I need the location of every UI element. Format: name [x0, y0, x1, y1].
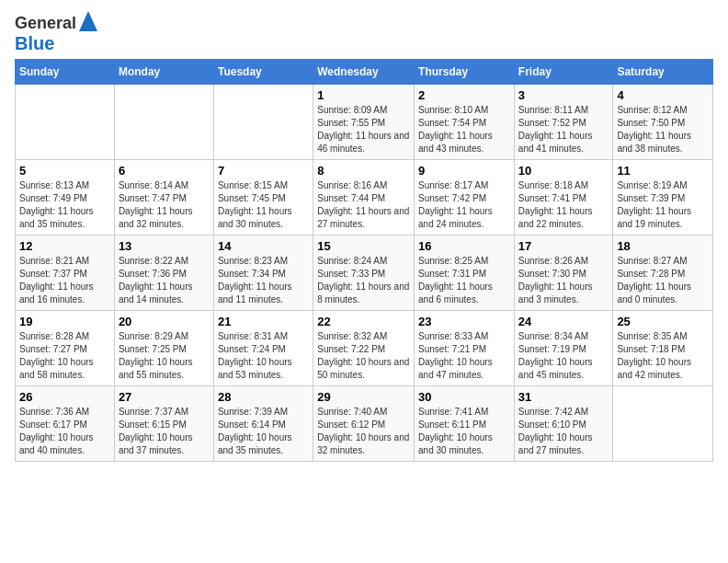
calendar-cell: 12Sunrise: 8:21 AM Sunset: 7:37 PM Dayli…	[16, 236, 115, 311]
day-info: Sunrise: 7:40 AM Sunset: 6:12 PM Dayligh…	[317, 406, 410, 457]
day-info: Sunrise: 8:29 AM Sunset: 7:25 PM Dayligh…	[119, 330, 210, 382]
header-day-thursday: Thursday	[415, 60, 515, 85]
day-info: Sunrise: 7:41 AM Sunset: 6:11 PM Dayligh…	[418, 406, 510, 457]
calendar-cell: 31Sunrise: 7:42 AM Sunset: 6:10 PM Dayli…	[514, 386, 613, 462]
calendar-cell: 1Sunrise: 8:09 AM Sunset: 7:55 PM Daylig…	[313, 85, 415, 160]
day-number: 10	[518, 164, 609, 178]
header-row: SundayMondayTuesdayWednesdayThursdayFrid…	[16, 60, 713, 85]
day-number: 14	[218, 239, 309, 253]
page-container: General Blue SundayMondayTuesdayWednesda…	[0, 0, 728, 469]
calendar-cell: 30Sunrise: 7:41 AM Sunset: 6:11 PM Dayli…	[415, 386, 515, 462]
logo: General Blue	[15, 11, 97, 53]
day-number: 28	[218, 390, 309, 404]
calendar-cell: 18Sunrise: 8:27 AM Sunset: 7:28 PM Dayli…	[613, 236, 713, 311]
day-info: Sunrise: 8:35 AM Sunset: 7:18 PM Dayligh…	[617, 330, 709, 382]
header-day-sunday: Sunday	[16, 60, 115, 85]
day-info: Sunrise: 7:42 AM Sunset: 6:10 PM Dayligh…	[518, 406, 609, 457]
calendar-cell: 7Sunrise: 8:15 AM Sunset: 7:45 PM Daylig…	[213, 160, 313, 236]
week-row-0: 1Sunrise: 8:09 AM Sunset: 7:55 PM Daylig…	[16, 85, 713, 160]
week-row-3: 19Sunrise: 8:28 AM Sunset: 7:27 PM Dayli…	[16, 311, 713, 386]
day-info: Sunrise: 8:34 AM Sunset: 7:19 PM Dayligh…	[518, 330, 609, 382]
calendar-cell: 2Sunrise: 8:10 AM Sunset: 7:54 PM Daylig…	[415, 85, 515, 160]
calendar-cell: 13Sunrise: 8:22 AM Sunset: 7:36 PM Dayli…	[114, 236, 213, 311]
day-number: 19	[19, 315, 110, 328]
calendar-cell: 23Sunrise: 8:33 AM Sunset: 7:21 PM Dayli…	[415, 311, 515, 386]
calendar-cell: 16Sunrise: 8:25 AM Sunset: 7:31 PM Dayli…	[415, 236, 515, 311]
day-info: Sunrise: 8:25 AM Sunset: 7:31 PM Dayligh…	[418, 255, 510, 306]
calendar-body: 1Sunrise: 8:09 AM Sunset: 7:55 PM Daylig…	[16, 85, 713, 462]
calendar-cell: 8Sunrise: 8:16 AM Sunset: 7:44 PM Daylig…	[313, 160, 415, 236]
calendar-cell	[613, 386, 713, 462]
day-info: Sunrise: 8:15 AM Sunset: 7:45 PM Dayligh…	[218, 179, 309, 231]
day-info: Sunrise: 8:19 AM Sunset: 7:39 PM Dayligh…	[617, 179, 709, 231]
day-number: 15	[317, 239, 410, 253]
calendar-cell: 27Sunrise: 7:37 AM Sunset: 6:15 PM Dayli…	[114, 386, 213, 462]
calendar-cell: 28Sunrise: 7:39 AM Sunset: 6:14 PM Dayli…	[213, 386, 313, 462]
logo-text-general: General	[15, 15, 76, 33]
calendar-header: SundayMondayTuesdayWednesdayThursdayFrid…	[16, 60, 713, 85]
day-number: 26	[19, 390, 110, 404]
day-info: Sunrise: 8:18 AM Sunset: 7:41 PM Dayligh…	[518, 179, 609, 231]
day-number: 30	[418, 390, 510, 404]
week-row-1: 5Sunrise: 8:13 AM Sunset: 7:49 PM Daylig…	[16, 160, 713, 236]
logo-triangle-icon	[79, 11, 97, 31]
day-info: Sunrise: 8:21 AM Sunset: 7:37 PM Dayligh…	[19, 255, 110, 306]
day-number: 18	[617, 239, 709, 253]
calendar-cell: 24Sunrise: 8:34 AM Sunset: 7:19 PM Dayli…	[514, 311, 613, 386]
calendar-cell	[213, 85, 313, 160]
header: General Blue	[15, 11, 713, 53]
calendar-cell: 21Sunrise: 8:31 AM Sunset: 7:24 PM Dayli…	[213, 311, 313, 386]
day-number: 21	[218, 315, 309, 328]
day-info: Sunrise: 7:36 AM Sunset: 6:17 PM Dayligh…	[19, 406, 110, 457]
week-row-2: 12Sunrise: 8:21 AM Sunset: 7:37 PM Dayli…	[16, 236, 713, 311]
header-day-friday: Friday	[514, 60, 613, 85]
calendar-cell: 10Sunrise: 8:18 AM Sunset: 7:41 PM Dayli…	[514, 160, 613, 236]
day-info: Sunrise: 8:24 AM Sunset: 7:33 PM Dayligh…	[317, 255, 410, 306]
calendar-table: SundayMondayTuesdayWednesdayThursdayFrid…	[15, 59, 713, 462]
calendar-cell: 22Sunrise: 8:32 AM Sunset: 7:22 PM Dayli…	[313, 311, 415, 386]
day-number: 29	[317, 390, 410, 404]
calendar-cell	[16, 85, 115, 160]
week-row-4: 26Sunrise: 7:36 AM Sunset: 6:17 PM Dayli…	[16, 386, 713, 462]
day-number: 27	[119, 390, 210, 404]
header-day-saturday: Saturday	[613, 60, 713, 85]
day-number: 3	[518, 88, 609, 102]
day-number: 11	[617, 164, 709, 178]
calendar-cell: 26Sunrise: 7:36 AM Sunset: 6:17 PM Dayli…	[16, 386, 115, 462]
day-info: Sunrise: 8:14 AM Sunset: 7:47 PM Dayligh…	[119, 179, 210, 231]
calendar-cell: 25Sunrise: 8:35 AM Sunset: 7:18 PM Dayli…	[613, 311, 713, 386]
day-info: Sunrise: 8:17 AM Sunset: 7:42 PM Dayligh…	[418, 179, 510, 231]
calendar-cell	[114, 85, 213, 160]
day-info: Sunrise: 8:11 AM Sunset: 7:52 PM Dayligh…	[518, 104, 609, 155]
day-number: 25	[617, 315, 709, 328]
header-day-wednesday: Wednesday	[313, 60, 415, 85]
calendar-cell: 3Sunrise: 8:11 AM Sunset: 7:52 PM Daylig…	[514, 85, 613, 160]
day-info: Sunrise: 8:32 AM Sunset: 7:22 PM Dayligh…	[317, 330, 410, 382]
day-number: 22	[317, 315, 410, 328]
day-number: 16	[418, 239, 510, 253]
day-info: Sunrise: 8:33 AM Sunset: 7:21 PM Dayligh…	[418, 330, 510, 382]
calendar-cell: 20Sunrise: 8:29 AM Sunset: 7:25 PM Dayli…	[114, 311, 213, 386]
day-info: Sunrise: 7:39 AM Sunset: 6:14 PM Dayligh…	[218, 406, 309, 457]
day-info: Sunrise: 8:28 AM Sunset: 7:27 PM Dayligh…	[19, 330, 110, 382]
day-info: Sunrise: 8:27 AM Sunset: 7:28 PM Dayligh…	[617, 255, 709, 306]
day-number: 13	[119, 239, 210, 253]
logo-text-blue: Blue	[15, 33, 54, 53]
logo-shape: General Blue	[15, 11, 97, 53]
day-info: Sunrise: 8:31 AM Sunset: 7:24 PM Dayligh…	[218, 330, 309, 382]
calendar-cell: 9Sunrise: 8:17 AM Sunset: 7:42 PM Daylig…	[415, 160, 515, 236]
header-day-tuesday: Tuesday	[213, 60, 313, 85]
day-info: Sunrise: 8:09 AM Sunset: 7:55 PM Dayligh…	[317, 104, 410, 155]
header-day-monday: Monday	[114, 60, 213, 85]
day-number: 20	[119, 315, 210, 328]
day-number: 1	[317, 88, 410, 102]
day-number: 6	[119, 164, 210, 178]
day-number: 17	[518, 239, 609, 253]
calendar-cell: 29Sunrise: 7:40 AM Sunset: 6:12 PM Dayli…	[313, 386, 415, 462]
day-number: 31	[518, 390, 609, 404]
day-number: 7	[218, 164, 309, 178]
day-info: Sunrise: 7:37 AM Sunset: 6:15 PM Dayligh…	[119, 406, 210, 457]
day-number: 24	[518, 315, 609, 328]
day-info: Sunrise: 8:26 AM Sunset: 7:30 PM Dayligh…	[518, 255, 609, 306]
day-info: Sunrise: 8:22 AM Sunset: 7:36 PM Dayligh…	[119, 255, 210, 306]
